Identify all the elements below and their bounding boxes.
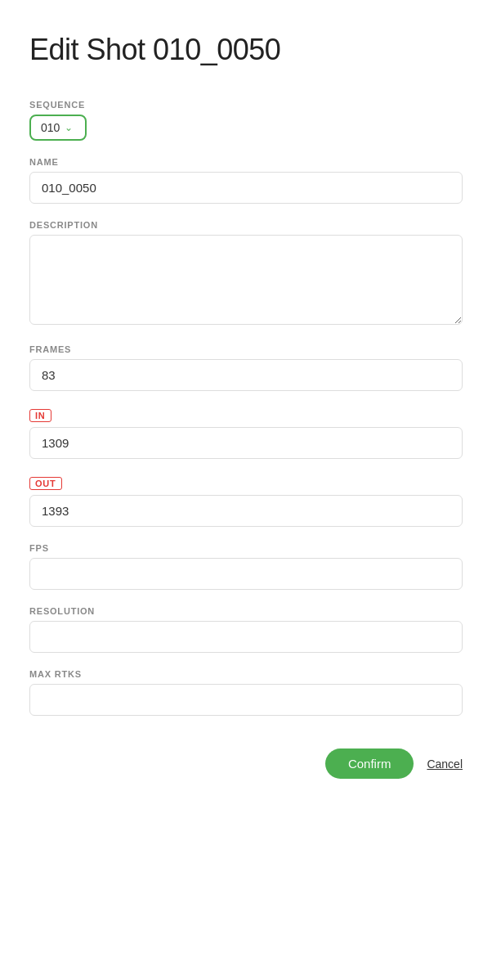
sequence-label: SEQUENCE: [29, 100, 463, 110]
resolution-field: RESOLUTION: [29, 606, 463, 653]
confirm-button[interactable]: Confirm: [325, 748, 414, 779]
description-input[interactable]: [29, 235, 463, 325]
fps-field: FPS: [29, 543, 463, 590]
footer-actions: Confirm Cancel: [29, 748, 463, 779]
in-input[interactable]: [29, 427, 463, 459]
out-label: OUT: [29, 477, 62, 490]
max-rtks-input[interactable]: [29, 684, 463, 716]
max-rtks-label: MAX RTKS: [29, 669, 463, 679]
chevron-down-icon: ⌄: [65, 122, 73, 133]
resolution-input[interactable]: [29, 621, 463, 653]
resolution-label: RESOLUTION: [29, 606, 463, 616]
frames-label: FRAMES: [29, 344, 463, 354]
out-input[interactable]: [29, 495, 463, 527]
fps-label: FPS: [29, 543, 463, 553]
frames-field: FRAMES: [29, 344, 463, 391]
page-title: Edit Shot 010_0050: [29, 33, 463, 67]
name-field: NAME: [29, 157, 463, 204]
max-rtks-field: MAX RTKS: [29, 669, 463, 716]
cancel-button[interactable]: Cancel: [427, 757, 463, 771]
in-label: IN: [29, 409, 51, 422]
description-field: DESCRIPTION: [29, 220, 463, 328]
name-input[interactable]: [29, 172, 463, 204]
sequence-dropdown[interactable]: 010 ⌄: [29, 115, 87, 141]
sequence-value: 010: [41, 121, 60, 134]
in-field: IN: [29, 407, 463, 459]
sequence-field: SEQUENCE 010 ⌄: [29, 100, 463, 141]
frames-input[interactable]: [29, 359, 463, 391]
description-label: DESCRIPTION: [29, 220, 463, 230]
name-label: NAME: [29, 157, 463, 167]
fps-input[interactable]: [29, 558, 463, 590]
out-field: OUT: [29, 475, 463, 527]
